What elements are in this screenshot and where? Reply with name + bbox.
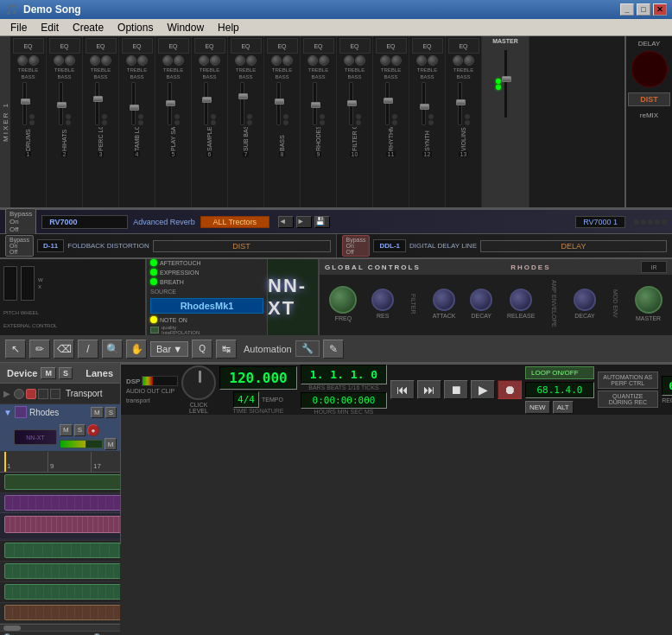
click-knob[interactable] — [181, 365, 216, 400]
mod-wheel[interactable] — [21, 266, 35, 301]
fader-3[interactable] — [95, 82, 99, 125]
treble-knob-8[interactable] — [271, 55, 282, 66]
tempo-display[interactable]: 120.000 — [219, 366, 297, 390]
eq-6[interactable]: EQ — [194, 38, 225, 54]
treble-knob-6[interactable] — [199, 55, 209, 66]
rv7000-prev-btn[interactable]: ◄ — [278, 216, 294, 228]
erase-tool-btn[interactable]: ⌫ — [54, 340, 74, 359]
treble-knob-3[interactable] — [90, 55, 100, 66]
treble-knob-5[interactable] — [162, 55, 173, 66]
decay-knob[interactable] — [470, 289, 492, 311]
bar-mode-select[interactable]: Bar ▼ — [150, 341, 188, 357]
bass-knob-1[interactable] — [29, 55, 39, 66]
edit-btn[interactable]: ✎ — [323, 340, 344, 359]
rhodes-m-btn[interactable]: M — [91, 407, 104, 418]
fader-7[interactable] — [240, 82, 244, 125]
rhodes-row[interactable]: ▼ Rhodes M S NN-XT M S ● — [0, 404, 120, 452]
bass-knob-9[interactable] — [319, 55, 329, 66]
ddl1-bypass-btn[interactable]: BypassOnOff — [342, 235, 371, 257]
bass-knob-4[interactable] — [137, 55, 148, 66]
fader-4[interactable] — [131, 82, 136, 125]
treble-knob-7[interactable] — [235, 55, 245, 66]
transport-block[interactable] — [4, 474, 120, 490]
tab-btn[interactable]: ↹ — [216, 340, 237, 359]
ddl1-display[interactable]: DELAY — [480, 240, 667, 252]
hand-tool-btn[interactable]: ✋ — [126, 340, 147, 359]
eq-8[interactable]: EQ — [267, 38, 298, 54]
eq-10[interactable]: EQ — [339, 38, 371, 54]
hihats-block[interactable] — [4, 563, 120, 579]
fader-13[interactable] — [458, 82, 462, 125]
loop-on-off-btn[interactable]: LOOP ON/OFF — [525, 366, 594, 379]
d11-display[interactable]: DIST — [153, 240, 331, 252]
eq-12[interactable]: EQ — [412, 38, 443, 54]
treble-knob-10[interactable] — [344, 55, 354, 66]
treble-knob-2[interactable] — [54, 55, 64, 66]
fader-2[interactable] — [59, 82, 63, 125]
seq-scroll-thumb[interactable] — [3, 625, 21, 631]
rhodes-block-sub[interactable] — [4, 516, 120, 533]
drums-block[interactable] — [4, 543, 120, 558]
rhodes-s-btn2[interactable]: S — [74, 424, 86, 436]
menu-window[interactable]: Window — [160, 20, 211, 35]
fader-6[interactable] — [204, 82, 208, 125]
stop-btn[interactable]: ⏹ — [444, 380, 468, 399]
release-knob[interactable] — [510, 289, 532, 311]
high-quality-toggle[interactable] — [150, 327, 159, 333]
automation-select[interactable]: 🔧 — [295, 340, 320, 357]
tamb-block[interactable] — [4, 605, 120, 620]
regroove-display[interactable]: 68.1.4.0 — [662, 376, 672, 396]
menu-create[interactable]: Create — [66, 20, 111, 35]
fader-9[interactable] — [313, 82, 317, 125]
fader-8[interactable] — [276, 82, 281, 125]
rhodes-m-btn2[interactable]: M — [60, 424, 73, 436]
automation-perf-btn[interactable]: AUTOMATION AS PERF CTRL — [598, 371, 658, 389]
bass-knob-8[interactable] — [282, 55, 293, 66]
rv7000-bypass-btn[interactable]: BypassOnOff — [5, 208, 36, 235]
treble-knob-12[interactable] — [416, 55, 427, 66]
rv7000-next-btn[interactable]: ► — [296, 216, 312, 228]
loop-value-display[interactable]: 68.1.4.0 — [525, 382, 594, 398]
bass-knob-2[interactable] — [65, 55, 75, 66]
transport-expand-icon[interactable]: ▶ — [3, 389, 10, 398]
line-tool-btn[interactable]: / — [78, 340, 98, 359]
perc-block[interactable] — [4, 584, 120, 600]
bass-knob-6[interactable] — [210, 55, 220, 66]
pitch-wheel[interactable] — [3, 266, 17, 301]
rv7000-patches[interactable]: ALL Trectors — [200, 216, 269, 228]
fader-1[interactable] — [22, 82, 27, 125]
treble-knob-1[interactable] — [17, 55, 28, 66]
attack-knob[interactable] — [433, 289, 455, 311]
eq-2[interactable]: EQ — [49, 38, 80, 54]
menu-options[interactable]: Options — [111, 20, 160, 35]
d11-bypass-btn[interactable]: BypassOnOff — [5, 235, 34, 257]
forward-btn[interactable]: ⏭ — [417, 380, 441, 399]
bars-beats-display[interactable]: 1. 1. 1. 0 — [301, 365, 387, 384]
master-vol-knob[interactable] — [635, 286, 662, 314]
freq-knob[interactable] — [329, 286, 357, 314]
eq-13[interactable]: EQ — [448, 38, 479, 54]
menu-file[interactable]: File — [3, 20, 34, 35]
rhodes-m-btn3[interactable]: M — [105, 438, 117, 450]
new-btn[interactable]: NEW — [525, 401, 550, 414]
bass-knob-7[interactable] — [246, 55, 257, 66]
device-m-btn[interactable]: M — [41, 367, 56, 379]
alt-btn[interactable]: ALT — [553, 401, 574, 414]
minimize-button[interactable]: _ — [620, 3, 634, 16]
eq-4[interactable]: EQ — [122, 38, 153, 54]
eq-3[interactable]: EQ — [86, 38, 117, 54]
mod-decay-knob[interactable] — [574, 289, 596, 311]
close-button[interactable]: ✕ — [653, 3, 667, 16]
zoom-tool-btn[interactable]: 🔍 — [102, 340, 123, 359]
fader-5[interactable] — [168, 82, 172, 125]
rewind-btn[interactable]: ⏮ — [390, 380, 415, 399]
time-sig-display[interactable]: 4/4 — [233, 391, 259, 408]
bass-knob-10[interactable] — [355, 55, 365, 66]
menu-help[interactable]: Help — [211, 20, 246, 35]
rv7000-floppy-btn[interactable]: 💾 — [314, 216, 330, 228]
bass-knob-13[interactable] — [464, 55, 474, 66]
rhodes-block-main[interactable] — [4, 495, 120, 511]
eq-11[interactable]: EQ — [376, 38, 407, 54]
eq-9[interactable]: EQ — [303, 38, 334, 54]
draw-tool-btn[interactable]: ✏ — [29, 340, 50, 359]
